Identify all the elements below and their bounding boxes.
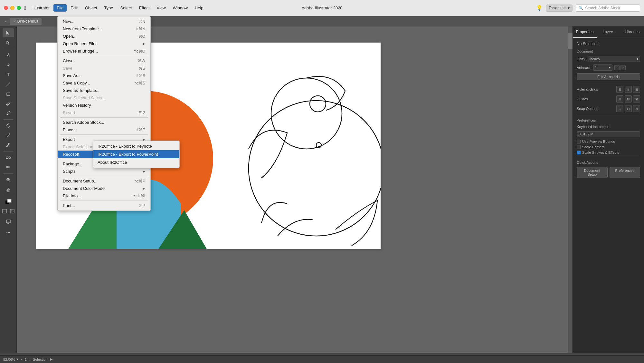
menu-help[interactable]: Help xyxy=(192,4,207,12)
chevron-down-icon: ▾ xyxy=(568,6,570,10)
menu-print-label: Print... xyxy=(63,203,75,208)
menu-save-template[interactable]: Save as Template... xyxy=(58,87,150,94)
submenu-keynote[interactable]: IR2Office - Export to Keynote xyxy=(93,142,179,150)
menu-print-shortcut: ⌘P xyxy=(139,203,145,208)
menu-new-template-shortcut: ⇧⌘N xyxy=(135,27,145,31)
menu-file-info[interactable]: File Info... ⌥⇧⌘I xyxy=(58,192,150,200)
menu-place-label: Place... xyxy=(63,127,77,132)
titlebar:  Illustrator File Edit Object Type Sele… xyxy=(0,0,644,16)
menu-print[interactable]: Print... ⌘P xyxy=(58,202,150,209)
menu-file-info-label: File Info... xyxy=(63,193,81,198)
menu-save-copy-label: Save a Copy... xyxy=(63,81,90,85)
menu-export-label: Export xyxy=(63,137,75,142)
menu-package-label: Package... xyxy=(63,162,82,166)
recosoft-submenu: IR2Office - Export to Keynote IR2Office … xyxy=(93,141,180,168)
minimize-window-button[interactable] xyxy=(10,6,14,10)
lightbulb-icon[interactable]: 💡 xyxy=(536,5,543,11)
menu-view[interactable]: View xyxy=(154,4,169,12)
menu-window[interactable]: Window xyxy=(170,4,191,12)
menu-open[interactable]: Open... ⌘O xyxy=(58,33,150,40)
separator-1 xyxy=(60,56,148,56)
menu-new-template-label: New from Template... xyxy=(63,26,102,31)
menu-save-as-label: Save As... xyxy=(63,73,82,78)
menu-save-copy-shortcut: ⌥⌘S xyxy=(134,81,145,85)
app-title: Adobe Illustrator 2020 xyxy=(301,5,342,10)
menu-bar:  Illustrator File Edit Object Type Sele… xyxy=(24,4,536,12)
search-placeholder: Search Adobe Stock xyxy=(585,6,620,10)
separator-5 xyxy=(60,176,148,176)
menu-revert: Revert F12 xyxy=(58,109,150,116)
menu-effect[interactable]: Effect xyxy=(136,4,153,12)
open-recent-arrow-icon: ▶ xyxy=(143,42,145,45)
menu-select[interactable]: Select xyxy=(117,4,135,12)
separator-6 xyxy=(60,201,148,201)
menu-scripts[interactable]: Scripts ▶ xyxy=(58,168,150,175)
menu-save-as-shortcut: ⇧⌘S xyxy=(136,74,145,78)
menu-open-recent-label: Open Recent Files xyxy=(63,41,98,46)
menu-file-info-shortcut: ⌥⇧⌘I xyxy=(133,194,145,198)
menu-revert-shortcut: F12 xyxy=(138,111,145,115)
menu-scripts-label: Scripts xyxy=(63,169,76,174)
menu-place[interactable]: Place... ⇧⌘P xyxy=(58,126,150,133)
menu-new-label: New... xyxy=(63,19,74,24)
menu-browse-bridge-label: Browse in Bridge... xyxy=(63,49,98,54)
dropdown-overlay: New... ⌘N New from Template... ⇧⌘N Open.… xyxy=(0,16,644,363)
apple-icon[interactable]:  xyxy=(24,5,26,11)
separator-2 xyxy=(60,117,148,118)
menu-document-setup-label: Document Setup... xyxy=(63,179,98,183)
menu-object[interactable]: Object xyxy=(82,4,100,12)
menu-type[interactable]: Type xyxy=(101,4,116,12)
menu-version-history-label: Version History xyxy=(63,103,91,108)
menu-recosoft-label: Recosoft xyxy=(63,152,79,157)
separator-3 xyxy=(60,134,148,135)
menu-open-recent[interactable]: Open Recent Files ▶ xyxy=(58,40,150,47)
scripts-arrow-icon: ▶ xyxy=(143,170,145,173)
menu-open-label: Open... xyxy=(63,34,77,39)
menu-export-selection-label: Export Selection... xyxy=(63,144,97,149)
menu-close[interactable]: Close ⌘W xyxy=(58,57,150,64)
maximize-window-button[interactable] xyxy=(17,6,21,10)
menu-search-stock-label: Search Adobe Stock... xyxy=(63,120,104,125)
menu-version-history[interactable]: Version History xyxy=(58,102,150,109)
menu-save: Save ⌘S xyxy=(58,64,150,72)
submenu-powerpoint[interactable]: IR2Office - Export to PowerPoint xyxy=(93,150,179,158)
menu-save-slices: Save Selected Slices... xyxy=(58,94,150,102)
menu-browse-bridge-shortcut: ⌥⌘O xyxy=(134,49,145,54)
menu-save-shortcut: ⌘S xyxy=(139,66,145,71)
close-window-button[interactable] xyxy=(4,6,8,10)
menu-edit[interactable]: Edit xyxy=(67,4,81,12)
menu-save-as[interactable]: Save As... ⇧⌘S xyxy=(58,72,150,79)
document-color-mode-arrow-icon: ▶ xyxy=(143,187,145,190)
menu-save-label: Save xyxy=(63,66,72,71)
menu-browse-bridge[interactable]: Browse in Bridge... ⌥⌘O xyxy=(58,47,150,55)
menu-illustrator[interactable]: Illustrator xyxy=(29,4,53,12)
menu-new[interactable]: New... ⌘N xyxy=(58,18,150,25)
essentials-label: Essentials xyxy=(549,6,566,10)
menu-revert-label: Revert xyxy=(63,110,75,115)
traffic-lights xyxy=(4,6,21,10)
menu-new-template[interactable]: New from Template... ⇧⌘N xyxy=(58,25,150,33)
menu-document-color-mode[interactable]: Document Color Mode ▶ xyxy=(58,185,150,192)
file-menu-dropdown: New... ⌘N New from Template... ⇧⌘N Open.… xyxy=(57,16,151,211)
menu-open-shortcut: ⌘O xyxy=(138,34,145,39)
titlebar-right: 💡 Essentials ▾ 🔍 Search Adobe Stock xyxy=(536,5,640,12)
menu-save-slices-label: Save Selected Slices... xyxy=(63,95,106,100)
menu-save-template-label: Save as Template... xyxy=(63,88,99,93)
menu-new-shortcut: ⌘N xyxy=(138,19,145,24)
menu-file[interactable]: File xyxy=(53,4,67,12)
menu-close-label: Close xyxy=(63,58,73,63)
menu-document-setup[interactable]: Document Setup... ⌥⌘P xyxy=(58,177,150,185)
search-icon: 🔍 xyxy=(579,6,583,10)
menu-search-stock[interactable]: Search Adobe Stock... xyxy=(58,119,150,126)
menu-document-color-mode-label: Document Color Mode xyxy=(63,186,105,191)
search-stock-input[interactable]: 🔍 Search Adobe Stock xyxy=(576,5,640,12)
menu-close-shortcut: ⌘W xyxy=(138,59,145,63)
menu-save-copy[interactable]: Save a Copy... ⌥⌘S xyxy=(58,79,150,87)
menu-place-shortcut: ⇧⌘P xyxy=(136,128,145,132)
essentials-button[interactable]: Essentials ▾ xyxy=(546,5,573,12)
submenu-about[interactable]: About IR2Office xyxy=(93,158,179,166)
menu-document-setup-shortcut: ⌥⌘P xyxy=(134,179,145,183)
